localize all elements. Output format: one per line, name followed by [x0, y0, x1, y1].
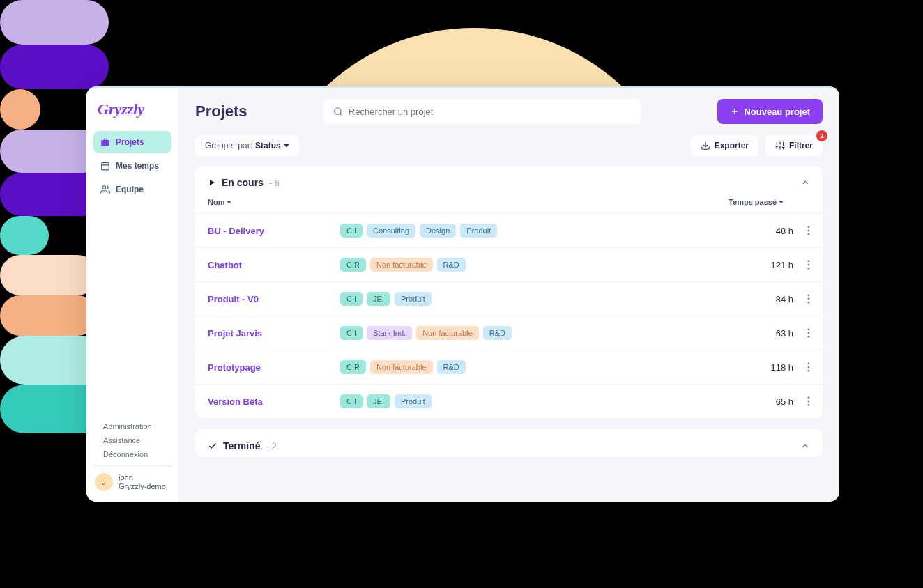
tag[interactable]: Produit [460, 224, 497, 238]
project-tags: CIIConsultingDesignProduit [340, 224, 497, 238]
project-name-link[interactable]: BU - Delivery [208, 226, 340, 236]
project-time: 63 h [776, 328, 793, 339]
svg-point-34 [808, 336, 810, 338]
row-more-icon[interactable] [807, 294, 810, 304]
project-row: Version BêtaCIIJEIProduit65 h [195, 384, 823, 418]
row-more-icon[interactable] [807, 396, 810, 406]
project-name-link[interactable]: Version Bêta [208, 396, 340, 407]
tag[interactable]: R&D [483, 326, 512, 340]
sidebar-item-label: Equipe [116, 185, 144, 194]
calendar-icon [100, 161, 110, 171]
project-name-link[interactable]: Prototypage [208, 362, 340, 373]
tag[interactable]: Produit [395, 292, 432, 306]
button-label: Exporter [715, 141, 749, 150]
svg-point-23 [808, 226, 810, 228]
column-time[interactable]: Temps passé [729, 198, 810, 206]
group-count: - 2 [266, 441, 276, 451]
tag[interactable]: CII [340, 292, 363, 306]
group-status: Terminé [223, 440, 260, 451]
project-tags: CIRNon facturableR&D [340, 258, 466, 272]
svg-point-36 [808, 366, 810, 369]
project-tags: CIIStark Ind.Non facturableR&D [340, 326, 512, 340]
project-name-link[interactable]: Projet Jarvis [208, 328, 340, 339]
row-more-icon[interactable] [807, 328, 810, 338]
tag[interactable]: Consulting [367, 224, 415, 238]
group-header[interactable]: Terminé- 2 [195, 429, 823, 457]
export-button[interactable]: Exporter [691, 135, 758, 156]
row-more-icon[interactable] [807, 226, 810, 235]
tag[interactable]: Non facturable [370, 360, 433, 374]
bg-shape [0, 0, 109, 45]
tag[interactable]: CII [340, 326, 363, 340]
project-row: PrototypageCIRNon facturableR&D118 h [195, 350, 823, 384]
svg-point-4 [102, 186, 106, 189]
tag[interactable]: R&D [437, 360, 466, 374]
svg-rect-0 [102, 162, 109, 170]
project-row: BU - DeliveryCIIConsultingDesignProduit4… [195, 213, 823, 247]
tag[interactable]: Design [420, 224, 456, 238]
project-row: Produit - V0CIIJEIProduit84 h [195, 281, 823, 316]
chevron-up-icon[interactable] [800, 441, 810, 451]
group-by-label: Grouper par: [205, 141, 252, 150]
sidebar-item-mes-temps[interactable]: Mes temps [93, 155, 171, 177]
tag[interactable]: R&D [437, 258, 466, 272]
sidebar-item-equipe[interactable]: Equipe [93, 178, 171, 201]
project-time: 65 h [776, 396, 793, 407]
svg-point-9 [335, 108, 341, 114]
svg-point-38 [808, 396, 810, 399]
sidebar-footer: Administration Assistance Déconnexion [93, 422, 171, 458]
bg-shape [0, 89, 40, 130]
search-input[interactable] [349, 107, 632, 117]
group-header[interactable]: En cours- 6 [195, 166, 823, 194]
bg-shape [0, 255, 98, 295]
search-box[interactable] [323, 99, 641, 124]
user-org: Gryzzly-demo [119, 482, 166, 492]
tag[interactable]: Stark Ind. [367, 326, 412, 340]
sidebar-link-logout[interactable]: Déconnexion [98, 450, 171, 458]
briefcase-icon [100, 137, 110, 147]
tag[interactable]: CIR [340, 360, 366, 374]
bg-shape [0, 216, 49, 255]
plus-icon [730, 107, 740, 116]
svg-line-10 [340, 114, 342, 116]
group-status: En cours [222, 177, 264, 188]
people-icon [100, 185, 110, 194]
tag[interactable]: Produit [395, 394, 432, 408]
tag[interactable]: Non facturable [416, 326, 479, 340]
project-time: 84 h [776, 294, 793, 304]
sidebar-link-admin[interactable]: Administration [98, 422, 171, 431]
primary-nav: ProjetsMes tempsEquipe [93, 131, 171, 201]
tag[interactable]: JEI [367, 292, 390, 306]
group-by-value: Status [255, 141, 281, 150]
project-group: En cours- 6Nom Temps passé BU - Delivery… [195, 166, 823, 418]
bg-shape [0, 295, 98, 336]
tag[interactable]: CII [340, 394, 363, 408]
svg-point-39 [808, 401, 810, 403]
tag[interactable]: CIR [340, 258, 366, 272]
row-more-icon[interactable] [807, 362, 810, 372]
filter-button[interactable]: Filtrer 2 [765, 135, 823, 156]
chevron-up-icon[interactable] [800, 178, 810, 187]
row-more-icon[interactable] [807, 260, 810, 270]
tag[interactable]: CII [340, 224, 363, 238]
user-chip[interactable]: J john Gryzzly-demo [93, 473, 171, 493]
project-name-link[interactable]: Produit - V0 [208, 294, 340, 304]
sidebar-item-projets[interactable]: Projets [93, 131, 171, 153]
user-meta: john Gryzzly-demo [119, 473, 166, 493]
tag[interactable]: JEI [367, 394, 390, 408]
caret-down-icon [284, 143, 289, 148]
project-row: ChatbotCIRNon facturableR&D121 h [195, 247, 823, 281]
tag[interactable]: Non facturable [370, 258, 433, 272]
download-icon [701, 141, 710, 150]
play-icon [208, 178, 216, 187]
avatar: J [95, 473, 113, 491]
column-name[interactable]: Nom [208, 198, 231, 206]
project-row: Projet JarvisCIIStark Ind.Non facturable… [195, 316, 823, 350]
topbar: Projets Nouveau projet [178, 88, 839, 135]
main-area: Projets Nouveau projet Grouper par: Stat… [178, 88, 839, 502]
project-name-link[interactable]: Chatbot [208, 260, 340, 270]
new-project-button[interactable]: Nouveau projet [717, 99, 823, 124]
projects-content: En cours- 6Nom Temps passé BU - Delivery… [178, 166, 839, 485]
sidebar-link-assist[interactable]: Assistance [98, 436, 171, 444]
group-by-selector[interactable]: Grouper par: Status [195, 135, 299, 156]
